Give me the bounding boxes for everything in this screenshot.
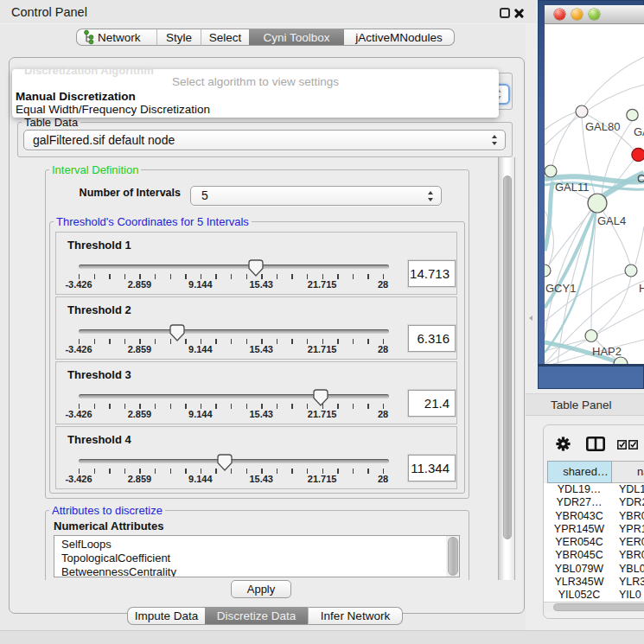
svg-text:GAL4: GAL4	[597, 214, 626, 227]
svg-text:GAL: GAL	[634, 125, 644, 138]
svg-text:GAL80: GAL80	[585, 120, 620, 133]
svg-text:GAL11: GAL11	[555, 181, 590, 194]
svg-text:C: C	[637, 172, 644, 185]
svg-text:H: H	[639, 282, 644, 295]
svg-text:GCY1: GCY1	[545, 282, 576, 295]
svg-text:HAP2: HAP2	[592, 345, 622, 358]
